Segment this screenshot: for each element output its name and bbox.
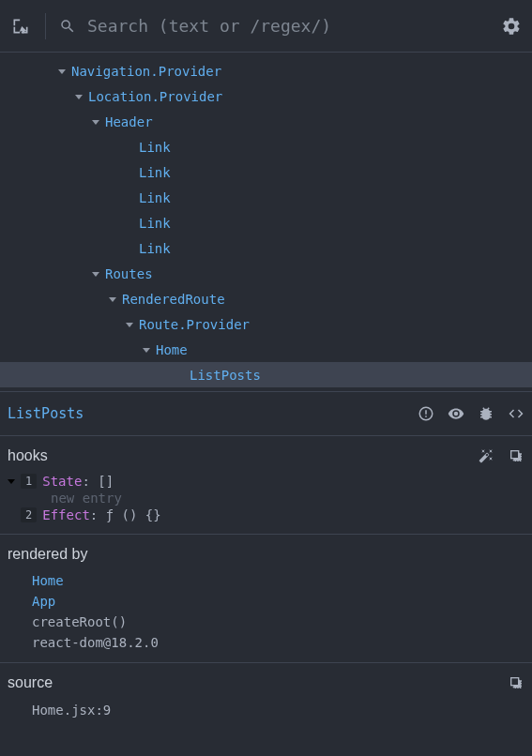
tree-node[interactable]: Location.Provider — [0, 83, 532, 109]
tree-node-label: Location.Provider — [88, 89, 222, 104]
hook-index: 1 — [21, 474, 37, 489]
source-location: Home.jsx:9 — [4, 699, 528, 718]
bug-icon[interactable] — [478, 405, 494, 422]
rendered-by-section: rendered by HomeAppcreateRoot()react-dom… — [0, 535, 532, 663]
tree-node[interactable]: Link — [0, 134, 532, 159]
chevron-down-icon[interactable] — [124, 319, 135, 330]
tree-arrow-none — [124, 192, 135, 204]
hook-row: 1State: [] — [4, 472, 528, 491]
suspend-icon[interactable] — [418, 405, 434, 422]
hook-label: State: [] — [42, 474, 114, 489]
inspector-actions — [418, 405, 524, 422]
tree-node[interactable]: Link — [0, 210, 532, 235]
select-element-button[interactable] — [9, 15, 32, 38]
source-title: source — [8, 674, 53, 691]
chevron-down-icon — [4, 507, 15, 522]
chevron-down-icon[interactable] — [56, 66, 68, 77]
tree-node-label: Link — [139, 140, 171, 155]
tree-node-label: Route.Provider — [139, 317, 250, 332]
copy-icon[interactable] — [508, 674, 524, 691]
tree-arrow-none — [124, 243, 135, 254]
toolbar — [0, 0, 532, 53]
tree-arrow-none — [124, 142, 135, 153]
selected-component-name: ListPosts — [8, 405, 84, 422]
chevron-down-icon[interactable] — [90, 268, 101, 280]
tree-node[interactable]: ListPosts — [0, 362, 532, 387]
chevron-down-icon[interactable] — [107, 294, 118, 305]
tree-node[interactable]: Route.Provider — [0, 311, 532, 337]
eye-icon[interactable] — [448, 405, 464, 422]
tree-node-label: RenderedRoute — [122, 292, 225, 307]
tree-node[interactable]: Header — [0, 109, 532, 134]
hooks-title: hooks — [8, 447, 48, 464]
search-icon — [59, 18, 76, 35]
tree-node[interactable]: Link — [0, 185, 532, 210]
tree-node-label: ListPosts — [190, 368, 261, 383]
rendered-by-item[interactable]: App — [32, 591, 528, 612]
tree-arrow-none — [124, 167, 135, 178]
hooks-section: hooks 1State: []new entry 2Effect: ƒ () … — [0, 436, 532, 535]
code-icon[interactable] — [508, 405, 524, 422]
tree-node-label: Routes — [105, 266, 153, 281]
tree-node-label: Link — [139, 216, 171, 231]
hook-new-entry[interactable]: new entry — [4, 491, 528, 506]
wand-icon[interactable] — [478, 447, 494, 464]
tree-node-label: Link — [139, 190, 171, 205]
rendered-by-item[interactable]: Home — [32, 570, 528, 591]
svg-rect-1 — [425, 410, 427, 415]
chevron-down-icon[interactable] — [90, 116, 101, 128]
selected-component-bar: ListPosts — [0, 391, 532, 436]
tree-node[interactable]: Routes — [0, 261, 532, 286]
search-input[interactable] — [87, 16, 487, 36]
chevron-down-icon[interactable] — [141, 344, 152, 355]
settings-button[interactable] — [500, 15, 523, 38]
tree-arrow-none — [175, 370, 186, 381]
rendered-by-title: rendered by — [8, 546, 87, 563]
chevron-down-icon[interactable] — [4, 477, 15, 485]
hook-label: Effect: ƒ () {} — [42, 507, 160, 522]
rendered-by-item: createRoot() — [32, 612, 528, 632]
svg-rect-6 — [511, 678, 519, 686]
tree-node-label: Home — [156, 342, 188, 357]
copy-icon[interactable] — [508, 447, 524, 464]
rendered-by-item: react-dom@18.2.0 — [32, 632, 528, 653]
tree-node[interactable]: Link — [0, 235, 532, 261]
search-wrap — [59, 16, 487, 36]
hook-row: 2Effect: ƒ () {} — [4, 506, 528, 524]
component-tree: Navigation.ProviderLocation.ProviderHead… — [0, 53, 532, 391]
chevron-down-icon[interactable] — [73, 91, 84, 102]
tree-node-label: Navigation.Provider — [71, 64, 221, 79]
source-section: source Home.jsx:9 — [0, 663, 532, 727]
tree-node[interactable]: RenderedRoute — [0, 286, 532, 311]
hook-index: 2 — [21, 507, 37, 522]
tree-node[interactable]: Link — [0, 159, 532, 185]
tree-node[interactable]: Navigation.Provider — [0, 58, 532, 83]
svg-rect-2 — [425, 416, 427, 417]
tree-node-label: Link — [139, 165, 171, 180]
tree-node-label: Link — [139, 241, 171, 256]
tree-node-label: Header — [105, 114, 153, 129]
divider — [45, 13, 46, 39]
tree-arrow-none — [124, 218, 135, 229]
tree-node[interactable]: Home — [0, 337, 532, 362]
svg-rect-4 — [511, 451, 519, 459]
